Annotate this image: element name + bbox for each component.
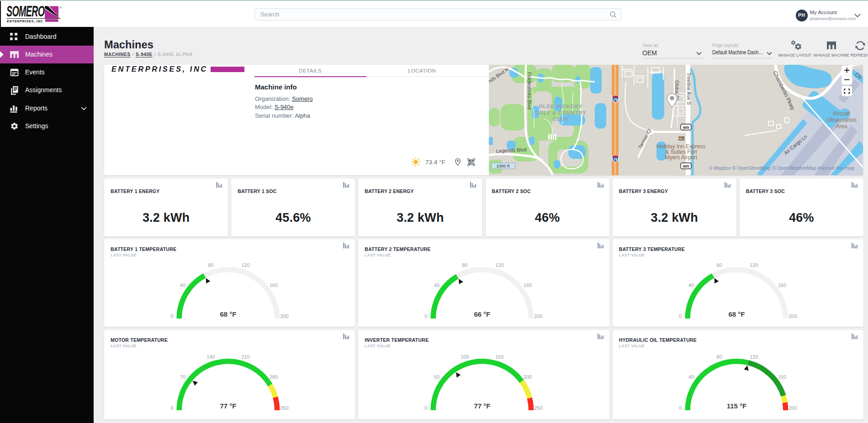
svg-text:0: 0 — [425, 313, 428, 319]
svg-text:885: 885 — [683, 164, 689, 168]
svg-text:80: 80 — [462, 262, 468, 268]
svg-text:120: 120 — [750, 262, 758, 268]
svg-text:250: 250 — [535, 405, 543, 411]
svg-text:66 °F: 66 °F — [474, 310, 491, 318]
svg-text:200: 200 — [789, 405, 797, 411]
svg-text:Observarion: Observarion — [826, 117, 856, 123]
svg-text:70: 70 — [180, 374, 185, 380]
svg-text:GOLF & COUNTRY: GOLF & COUNTRY — [535, 110, 587, 115]
svg-text:885: 885 — [683, 125, 689, 130]
svg-text:80: 80 — [716, 354, 722, 360]
svg-text:®: ® — [59, 6, 62, 9]
svg-text:68 °F: 68 °F — [728, 310, 745, 318]
svg-text:40: 40 — [180, 282, 185, 288]
svg-text:OLDE HICKORY: OLDE HICKORY — [539, 104, 582, 109]
svg-text:100: 100 — [461, 354, 469, 360]
svg-text:Treeline Ave S: Treeline Ave S — [686, 73, 692, 105]
svg-text:120: 120 — [241, 262, 249, 268]
svg-text:75: 75 — [614, 157, 617, 162]
svg-text:0: 0 — [170, 405, 173, 411]
svg-text:160: 160 — [524, 282, 532, 288]
svg-text:160: 160 — [778, 374, 786, 380]
svg-text:Area: Area — [836, 123, 847, 130]
svg-text:140: 140 — [206, 354, 215, 360]
svg-text:120: 120 — [496, 262, 504, 268]
svg-text:77 °F: 77 °F — [220, 402, 236, 410]
svg-text:Fiddlesticks Blvd: Fiddlesticks Blvd — [527, 72, 532, 110]
svg-text:150: 150 — [496, 354, 504, 360]
svg-text:200: 200 — [280, 313, 288, 319]
svg-text:200: 200 — [789, 313, 797, 319]
svg-text:CLUB: CLUB — [553, 116, 569, 122]
svg-text:68 °F: 68 °F — [220, 310, 236, 318]
svg-text:50: 50 — [434, 374, 439, 380]
svg-text:120: 120 — [750, 354, 758, 360]
svg-text:0: 0 — [170, 313, 173, 319]
svg-text:280: 280 — [270, 374, 278, 380]
svg-text:77 °F: 77 °F — [474, 402, 491, 410]
svg-text:0: 0 — [425, 405, 428, 411]
svg-text:Aircraft: Aircraft — [833, 110, 851, 117]
svg-text:80: 80 — [716, 262, 722, 268]
svg-text:160: 160 — [270, 282, 278, 288]
svg-text:200: 200 — [524, 374, 532, 380]
svg-text:40: 40 — [434, 282, 439, 288]
svg-text:1000 ft: 1000 ft — [496, 163, 509, 168]
svg-text:200: 200 — [535, 313, 543, 319]
svg-text:115 °F: 115 °F — [726, 402, 746, 410]
svg-text:40: 40 — [688, 282, 693, 288]
svg-text:Myers Airport: Myers Airport — [665, 154, 698, 161]
svg-text:40: 40 — [688, 374, 693, 380]
svg-text:160: 160 — [778, 282, 786, 288]
svg-text:© Mapbox © OpenStreetMap © Ope: © Mapbox © OpenStreetMap © OpenWeatherMa… — [709, 165, 854, 171]
svg-text:210: 210 — [241, 354, 249, 360]
svg-text:350: 350 — [280, 405, 288, 411]
svg-text:80: 80 — [208, 262, 213, 268]
svg-text:75: 75 — [614, 98, 617, 102]
svg-text:0: 0 — [679, 313, 682, 319]
svg-text:0: 0 — [679, 405, 682, 411]
